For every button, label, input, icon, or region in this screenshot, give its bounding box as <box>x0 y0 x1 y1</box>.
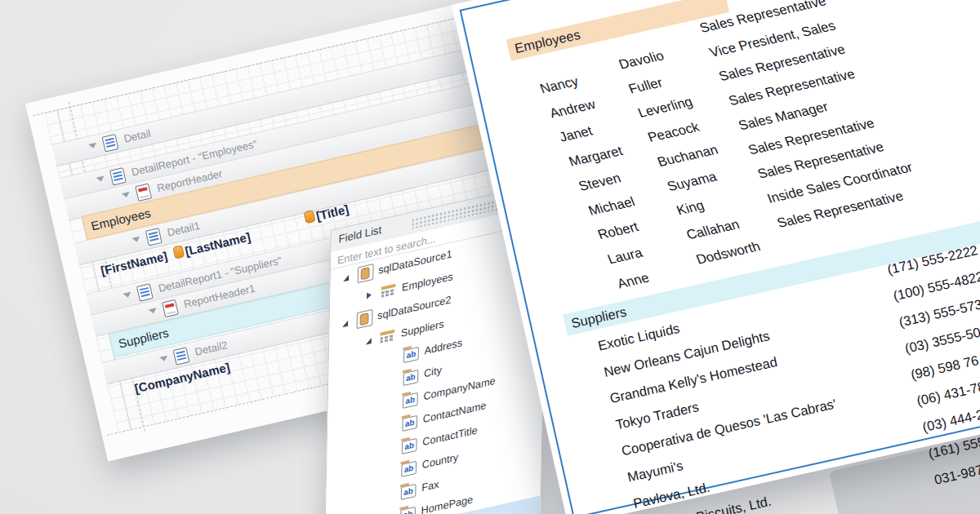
reportheader-band-icon <box>135 184 152 202</box>
tree-node-label: Country <box>422 450 459 471</box>
reportheader-band-icon <box>162 299 179 317</box>
preview-employee-first: Robert <box>595 219 640 243</box>
database-icon <box>357 309 373 329</box>
preview-employee-last: Leverling <box>636 95 695 121</box>
band-collapse-arrow-icon[interactable] <box>149 308 158 314</box>
detailreport-band-icon <box>136 283 154 301</box>
detail-band-icon <box>173 347 190 365</box>
field-icon: ab <box>401 461 416 477</box>
tree-node-label: City <box>424 364 442 380</box>
band-collapse-arrow-icon[interactable] <box>88 143 97 149</box>
expander-expanded-icon[interactable] <box>343 275 349 282</box>
field-icon: ab <box>403 347 419 363</box>
preview-employee-last: Peacock <box>645 119 702 145</box>
field-icon: ab <box>403 392 418 409</box>
preview-employee-last: King <box>675 197 706 218</box>
preview-employee-first: Michael <box>586 193 637 218</box>
preview-employee-last: Dodsworth <box>693 238 762 267</box>
band-label: Detail1 <box>166 219 201 239</box>
preview-employee-last: Fuller <box>626 74 665 96</box>
field-icon: ab <box>401 484 416 500</box>
preview-employee-first: Janet <box>557 123 595 145</box>
expander-expanded-icon[interactable] <box>342 321 348 328</box>
preview-employee-last: Callahan <box>684 216 742 242</box>
field-icon: ab <box>402 415 417 432</box>
field-icon: ab <box>400 507 416 514</box>
field-icon: ab <box>403 370 418 386</box>
detail-band-icon <box>102 134 119 152</box>
preview-employee-last: Suyama <box>665 169 719 194</box>
database-icon <box>358 264 374 283</box>
expander-collapsed-icon[interactable] <box>367 291 372 299</box>
preview-employee-first: Margaret <box>567 143 626 169</box>
table-icon <box>381 284 396 298</box>
band-label: Detail2 <box>194 339 229 358</box>
detailreport-band-icon <box>109 167 127 185</box>
field-icon: ab <box>402 438 417 454</box>
expander-expanded-icon[interactable] <box>366 338 372 345</box>
detail-band-icon <box>145 228 163 246</box>
preview-employee-first: Anne <box>615 270 652 291</box>
preview-employee-first: Laura <box>605 245 644 267</box>
tree-node-label: Address <box>424 336 462 357</box>
band-collapse-arrow-icon[interactable] <box>122 192 131 198</box>
band-label: Detail <box>122 127 152 145</box>
table-icon <box>380 330 394 343</box>
band-collapse-arrow-icon[interactable] <box>122 292 131 299</box>
preview-employee-first: Steven <box>577 170 623 193</box>
preview-employee-first: Nancy <box>537 73 581 96</box>
band-collapse-arrow-icon[interactable] <box>131 237 140 243</box>
preview-employee-last: Buchanan <box>655 142 720 170</box>
preview-employee-first: Andrew <box>547 96 598 121</box>
preview-employee-last: Davolio <box>617 48 666 73</box>
band-collapse-arrow-icon[interactable] <box>159 356 168 362</box>
band-collapse-arrow-icon[interactable] <box>96 176 105 183</box>
tree-node-label: Fax <box>421 478 439 494</box>
